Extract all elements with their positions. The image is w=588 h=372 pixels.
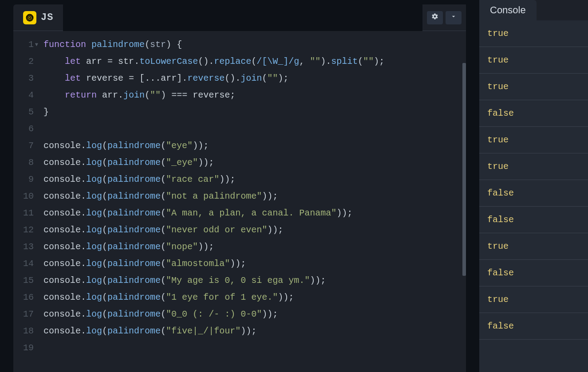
line-number: 8 <box>13 154 34 171</box>
code-line[interactable]: console.log(palindrome("eye")); <box>43 137 458 154</box>
line-number: 16 <box>13 289 34 306</box>
code-line[interactable]: let arr = str.toLowerCase().replace(/[\W… <box>43 53 458 70</box>
line-number: 3 <box>13 70 34 87</box>
console-pane: Console truetruetruefalsetruetruefalsefa… <box>479 0 588 372</box>
code-editor[interactable]: 1▼2345678910111213141516171819 function … <box>13 31 466 372</box>
console-log-row[interactable]: true <box>479 74 588 100</box>
console-log-row[interactable]: false <box>479 260 588 286</box>
line-number-gutter: 1▼2345678910111213141516171819 <box>13 31 39 372</box>
code-line[interactable]: console.log(palindrome("never odd or eve… <box>43 222 458 239</box>
header-spacer <box>63 4 422 31</box>
gear-icon <box>431 13 438 22</box>
left-gutter-margin <box>0 0 13 372</box>
editor-scrollbar[interactable] <box>462 31 466 372</box>
line-number: 19 <box>13 340 34 356</box>
code-line[interactable]: console.log(palindrome("1 eye for of 1 e… <box>43 289 458 306</box>
code-line[interactable]: console.log(palindrome("A man, a plan, a… <box>43 205 458 222</box>
console-output[interactable]: truetruetruefalsetruetruefalsefalsetruef… <box>479 20 588 372</box>
line-number: 17 <box>13 306 34 323</box>
editor-language-tab[interactable]: JS <box>18 8 59 28</box>
line-number: 5 <box>13 104 34 121</box>
pane-divider <box>466 0 479 372</box>
code-line[interactable]: console.log(palindrome("not a palindrome… <box>43 188 458 205</box>
code-line[interactable]: console.log(palindrome("race car")); <box>43 171 458 188</box>
chevron-down-icon <box>450 13 457 22</box>
editor-language-label: JS <box>41 12 53 23</box>
scrollbar-thumb[interactable] <box>462 63 466 276</box>
editor-settings-button[interactable] <box>427 11 443 24</box>
code-line[interactable]: console.log(palindrome("_eye")); <box>43 154 458 171</box>
code-line[interactable]: console.log(palindrome("My age is 0, 0 s… <box>43 272 458 289</box>
line-number: 4 <box>13 87 34 104</box>
console-title: Console <box>490 4 526 16</box>
line-number: 14 <box>13 255 34 272</box>
code-line[interactable] <box>43 121 458 137</box>
code-line[interactable]: console.log(palindrome("nope")); <box>43 239 458 255</box>
line-number: 13 <box>13 239 34 255</box>
fold-indicator-icon[interactable]: ▼ <box>35 36 38 53</box>
code-line[interactable] <box>43 340 458 356</box>
console-log-row[interactable]: true <box>479 127 588 153</box>
console-log-row[interactable]: true <box>479 233 588 260</box>
console-tab[interactable]: Console <box>479 0 537 20</box>
code-content[interactable]: function palindrome(str) { let arr = str… <box>39 31 462 372</box>
console-log-row[interactable]: false <box>479 313 588 340</box>
code-line[interactable]: return arr.join("") === reverse; <box>43 87 458 104</box>
line-number: 12 <box>13 222 34 239</box>
console-log-row[interactable]: false <box>479 207 588 233</box>
line-number: 15 <box>13 272 34 289</box>
line-number: 11 <box>13 205 34 222</box>
code-line[interactable]: console.log(palindrome("five|_/|four")); <box>43 323 458 340</box>
line-number: 1▼ <box>13 36 34 53</box>
line-number: 2 <box>13 53 34 70</box>
console-log-row[interactable]: false <box>479 180 588 207</box>
js-logo-icon <box>23 11 36 24</box>
line-number: 7 <box>13 137 34 154</box>
console-log-row[interactable]: true <box>479 20 588 47</box>
code-line[interactable]: function palindrome(str) { <box>43 36 458 53</box>
console-log-row[interactable]: true <box>479 47 588 74</box>
console-log-row[interactable]: true <box>479 286 588 313</box>
code-line[interactable]: } <box>43 104 458 121</box>
code-line[interactable]: let reverse = [...arr].reverse().join(""… <box>43 70 458 87</box>
console-log-row[interactable]: true <box>479 153 588 180</box>
console-header-row: Console <box>479 0 588 20</box>
editor-pane: JS 1▼2345678910111213141516171819 functi… <box>13 4 466 372</box>
code-line[interactable]: console.log(palindrome("0_0 (: /- :) 0-0… <box>43 306 458 323</box>
editor-header: JS <box>13 4 466 31</box>
line-number: 6 <box>13 121 34 137</box>
svg-point-0 <box>29 16 31 19</box>
console-log-row[interactable]: false <box>479 100 588 127</box>
line-number: 18 <box>13 323 34 340</box>
line-number: 10 <box>13 188 34 205</box>
line-number: 9 <box>13 171 34 188</box>
editor-header-actions <box>427 11 462 24</box>
editor-expand-button[interactable] <box>446 11 462 24</box>
code-line[interactable]: console.log(palindrome("almostomla")); <box>43 255 458 272</box>
